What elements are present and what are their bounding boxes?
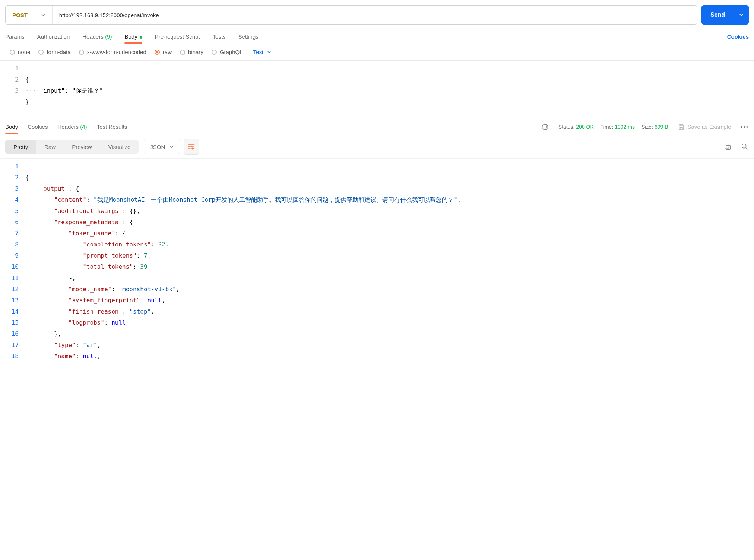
wrap-lines-button[interactable] <box>184 139 199 155</box>
resp-tab-body[interactable]: Body <box>5 121 18 133</box>
response-header: Body Cookies Headers (4) Test Results St… <box>0 117 754 134</box>
radio-none[interactable]: none <box>10 49 30 55</box>
body-type-row: none form-data x-www-form-urlencoded raw… <box>0 43 754 60</box>
request-tabs: Params Authorization Headers (9) Body Pr… <box>0 28 754 43</box>
line-gutter: 1234567891011121314151617181920212223 <box>0 161 25 360</box>
radio-raw[interactable]: raw <box>155 49 172 55</box>
resp-tab-cookies[interactable]: Cookies <box>28 121 48 133</box>
chevron-down-icon <box>41 13 45 17</box>
send-button-label: Send <box>701 12 734 18</box>
copy-icon[interactable] <box>723 143 732 151</box>
radio-icon <box>38 50 44 55</box>
response-body: 1234567891011121314151617181920212223 { … <box>0 158 754 360</box>
send-button-dropdown[interactable] <box>734 13 749 17</box>
tab-settings[interactable]: Settings <box>238 31 259 43</box>
save-as-example[interactable]: Save as Example <box>678 124 731 130</box>
radio-formdata[interactable]: form-data <box>38 49 70 55</box>
radio-binary[interactable]: binary <box>180 49 203 55</box>
radio-icon <box>212 50 217 55</box>
radio-icon <box>155 50 160 55</box>
request-body-editor[interactable]: 123 { ····"input": "你是谁？" } <box>0 60 754 117</box>
wrap-icon <box>188 143 195 150</box>
radio-icon <box>79 50 84 55</box>
radio-icon <box>10 50 15 55</box>
svg-point-5 <box>742 144 746 148</box>
url-group: POST <box>5 5 697 25</box>
cookies-link[interactable]: Cookies <box>727 34 749 40</box>
response-format-select[interactable]: JSON <box>144 140 180 154</box>
tab-params[interactable]: Params <box>5 31 25 43</box>
method-label: POST <box>12 12 28 18</box>
send-button[interactable]: Send <box>701 5 749 25</box>
status-group: Status: 200 OK Time: 1302 ms Size: 699 B <box>558 124 668 130</box>
resp-tab-headers[interactable]: Headers (4) <box>57 121 87 133</box>
method-select[interactable]: POST <box>6 6 53 24</box>
view-visualize[interactable]: Visualize <box>100 140 139 154</box>
radio-urlencoded[interactable]: x-www-form-urlencoded <box>79 49 146 55</box>
line-gutter: 123 <box>0 63 25 117</box>
radio-graphql[interactable]: GraphQL <box>212 49 243 55</box>
raw-format-select[interactable]: Text <box>253 49 272 55</box>
request-bar: POST Send <box>0 0 754 28</box>
view-row: Pretty Raw Preview Visualize JSON <box>0 134 754 158</box>
view-icons <box>723 143 749 151</box>
globe-icon[interactable] <box>541 123 549 131</box>
svg-line-6 <box>746 148 748 150</box>
tab-headers[interactable]: Headers (9) <box>82 31 112 43</box>
view-tabs: Pretty Raw Preview Visualize <box>5 140 139 154</box>
tab-authorization[interactable]: Authorization <box>37 31 70 43</box>
url-input[interactable] <box>53 6 697 24</box>
tab-body[interactable]: Body <box>124 31 142 43</box>
save-icon <box>678 124 685 130</box>
tab-prerequest[interactable]: Pre-request Script <box>155 31 200 43</box>
code-lines[interactable]: { ····"input": "你是谁？" } <box>25 63 754 117</box>
view-preview[interactable]: Preview <box>64 140 100 154</box>
chevron-down-icon <box>739 13 744 17</box>
search-icon[interactable] <box>741 143 749 151</box>
svg-rect-3 <box>726 145 730 149</box>
radio-icon <box>180 50 185 55</box>
svg-rect-4 <box>725 144 729 148</box>
response-code-lines[interactable]: { "output": { "content": "我是MoonshotAI，一… <box>25 161 754 360</box>
chevron-down-icon <box>170 145 174 149</box>
resp-tab-testresults[interactable]: Test Results <box>97 121 127 133</box>
view-pretty[interactable]: Pretty <box>5 140 36 154</box>
more-icon[interactable]: ••• <box>741 124 749 130</box>
modified-indicator-icon <box>140 36 142 39</box>
view-raw[interactable]: Raw <box>36 140 64 154</box>
tab-tests[interactable]: Tests <box>213 31 226 43</box>
chevron-down-icon <box>267 50 271 54</box>
